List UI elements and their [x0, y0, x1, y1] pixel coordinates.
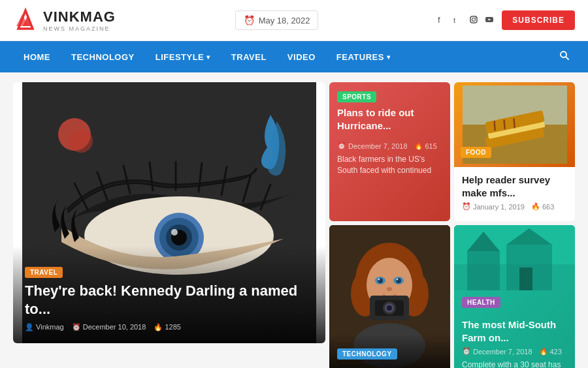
header: VINKMAG NEWS MAGAZINE ⏰ May 18, 2022 f t… [0, 0, 588, 41]
sports-card[interactable]: SPORTS Plans to ride out Hurricane... ⏰ … [329, 82, 450, 221]
sports-title: Plans to ride out Hurricane... [337, 106, 442, 132]
svg-rect-60 [467, 251, 500, 290]
health-excerpt: Complete with a 30 seat has screen image [462, 360, 567, 368]
vinkmag-logo-icon [13, 7, 38, 34]
food-meta: ⏰ January 1, 2019 🔥 663 [462, 202, 567, 211]
logo-subtitle: NEWS MAGAZINE [43, 25, 116, 32]
food-views: 🔥 663 [531, 202, 554, 211]
nav-lifestyle[interactable]: LIFESTYLE ▾ [145, 43, 221, 71]
featured-meta: 👤 Vinkmag ⏰ December 10, 2018 🔥 1285 [25, 323, 314, 331]
nav-home[interactable]: HOME [13, 43, 61, 71]
date-icon: ⏰ [72, 323, 81, 331]
featured-author: 👤 Vinkmag [25, 323, 64, 331]
featured-card[interactable]: TRAVEL They're back! Kennedy Darling a n… [13, 82, 325, 343]
health-card[interactable]: HEALTH The most Mid-South Farm on... ⏰ D… [454, 225, 575, 368]
food-tag: FOOD [461, 147, 491, 158]
sports-excerpt: Black farmers in the US's South faced wi… [337, 154, 442, 176]
svg-point-6 [472, 18, 476, 21]
health-views: 🔥 423 [539, 347, 562, 356]
fire-icon: 🔥 [154, 323, 163, 331]
clock-icon: ⏰ [462, 202, 471, 211]
food-image: FOOD [454, 82, 575, 167]
sports-views: 🔥 615 [414, 142, 437, 150]
nav-travel[interactable]: TRAVEL [221, 43, 277, 71]
article-grid: TRAVEL They're back! Kennedy Darling a n… [13, 82, 575, 368]
health-date: ⏰ December 7, 2018 [462, 347, 532, 356]
food-date: ⏰ January 1, 2019 [462, 202, 525, 211]
svg-point-7 [475, 17, 476, 18]
youtube-icon[interactable] [485, 15, 494, 26]
health-image [454, 225, 575, 290]
featured-date: ⏰ December 10, 2018 [72, 323, 146, 331]
logo-title: VINKMAG [43, 8, 116, 25]
food-card[interactable]: FOOD Help reader survey make mfs... ⏰ Ja… [454, 82, 575, 221]
featured-views: 🔥 1285 [154, 323, 181, 331]
svg-point-19 [171, 229, 178, 236]
facebook-icon[interactable]: f [438, 15, 447, 26]
svg-point-51 [387, 287, 392, 291]
tech-tag: TECHNOLOGY [337, 348, 397, 360]
svg-point-30 [69, 129, 93, 153]
svg-point-49 [378, 279, 380, 281]
author-icon: 👤 [25, 323, 34, 331]
featured-title: They're back! Kennedy Darling a named to… [25, 282, 314, 318]
date-text: May 18, 2022 [259, 16, 310, 25]
nav-technology[interactable]: TECHNOLOGY [61, 43, 145, 71]
clock-icon: ⏰ [244, 15, 255, 25]
sports-body: ⏰ December 7, 2018 🔥 615 Black farmers i… [329, 135, 450, 183]
date-display: ⏰ May 18, 2022 [235, 10, 319, 30]
svg-rect-64 [519, 268, 532, 290]
svg-text:f: f [438, 15, 440, 24]
svg-text:t: t [453, 16, 455, 24]
health-tag: HEALTH [462, 297, 500, 308]
health-body: The most Mid-South Farm on... ⏰ December… [454, 312, 575, 368]
fire-icon: 🔥 [414, 142, 423, 150]
nav-features[interactable]: FEATURES ▾ [326, 43, 401, 71]
instagram-icon[interactable] [469, 15, 478, 26]
header-right: f t SUBSCRIBE [438, 10, 575, 30]
logo-area: VINKMAG NEWS MAGAZINE [13, 7, 116, 34]
health-meta: ⏰ December 7, 2018 🔥 423 [462, 347, 567, 356]
twitter-icon[interactable]: t [453, 15, 463, 26]
svg-line-11 [566, 57, 568, 59]
search-button[interactable] [554, 41, 575, 72]
svg-point-56 [387, 305, 392, 311]
health-title: The most Mid-South Farm on... [462, 318, 567, 344]
social-icons: f t [438, 15, 494, 26]
clock-icon: ⏰ [462, 347, 471, 356]
chevron-down-icon: ▾ [206, 54, 210, 61]
technology-card[interactable]: TECHNOLOGY Tourism in Dubai is booming..… [329, 225, 450, 368]
main-content: TRAVEL They're back! Kennedy Darling a n… [0, 72, 588, 368]
fire-icon: 🔥 [539, 347, 548, 356]
main-nav: HOME TECHNOLOGY LIFESTYLE ▾ TRAVEL VIDEO… [0, 41, 588, 72]
sports-date: ⏰ December 7, 2018 [337, 142, 408, 150]
sports-meta: ⏰ December 7, 2018 🔥 615 [337, 142, 442, 150]
chevron-down-icon: ▾ [387, 54, 391, 61]
sports-tag: SPORTS [337, 91, 376, 102]
fire-icon: 🔥 [531, 202, 540, 211]
food-title: Help reader survey make mfs... [462, 174, 567, 199]
food-body: Help reader survey make mfs... ⏰ January… [454, 167, 575, 221]
clock-icon: ⏰ [337, 142, 346, 150]
featured-tag: TRAVEL [25, 267, 63, 278]
logo-text-area: VINKMAG NEWS MAGAZINE [43, 8, 116, 32]
svg-point-50 [397, 279, 399, 281]
technology-image: TECHNOLOGY [329, 225, 450, 368]
featured-overlay: TRAVEL They're back! Kennedy Darling a n… [13, 246, 325, 343]
subscribe-button[interactable]: SUBSCRIBE [502, 10, 575, 30]
nav-video[interactable]: VIDEO [277, 43, 326, 71]
